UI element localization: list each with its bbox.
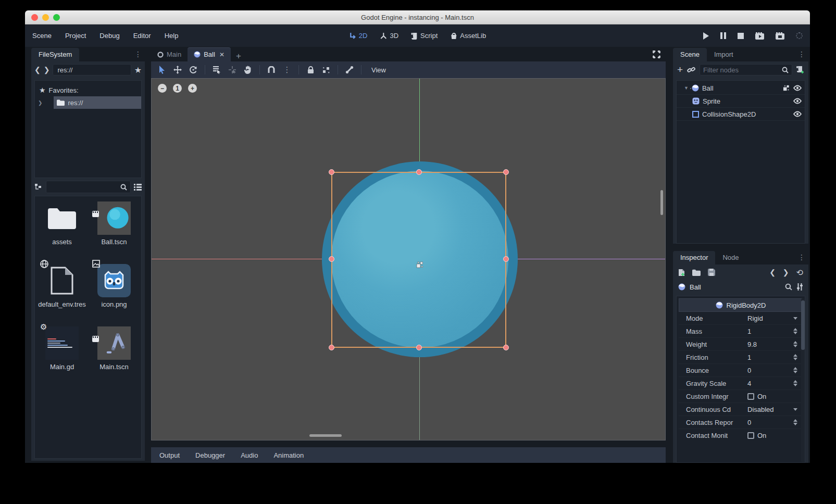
pan-tool-icon[interactable]: [241, 64, 255, 76]
mode-2d[interactable]: 2D: [349, 32, 368, 40]
close-tab-icon[interactable]: ✕: [219, 51, 224, 58]
view-menu[interactable]: View: [371, 66, 386, 74]
spinbox-arrows-icon[interactable]: [793, 354, 797, 360]
lock-object-icon[interactable]: [304, 64, 317, 76]
split-view-icon[interactable]: [34, 183, 43, 191]
mode-3d[interactable]: 3D: [380, 32, 398, 40]
path-field[interactable]: res://: [53, 64, 131, 75]
pixel-select-tool-icon[interactable]: [226, 64, 239, 76]
expand-chevron-icon[interactable]: ❯: [35, 100, 42, 106]
stop-icon[interactable]: [738, 33, 744, 39]
tree-node-collisionshape2d[interactable]: CollisionShape2D: [677, 108, 805, 121]
visibility-eye-icon[interactable]: [793, 111, 802, 117]
instance-options-icon[interactable]: [783, 84, 790, 92]
play-scene-icon[interactable]: [755, 32, 764, 40]
spinner-icon[interactable]: [796, 32, 803, 39]
save-resource-icon[interactable]: [708, 269, 715, 276]
2d-viewport[interactable]: − 1 +: [151, 78, 666, 440]
list-view-icon[interactable]: [134, 184, 142, 191]
tab-node[interactable]: Node: [715, 251, 746, 264]
tab-output[interactable]: Output: [159, 451, 180, 459]
prop-contact-monitor-checkbox[interactable]: On: [747, 432, 797, 439]
inspector-menu-icon[interactable]: ⋮: [798, 253, 805, 261]
instance-scene-icon[interactable]: [687, 66, 695, 74]
file-search-input[interactable]: [46, 181, 131, 193]
add-node-icon[interactable]: +: [677, 64, 683, 75]
collapse-chevron-icon[interactable]: ▼: [684, 85, 689, 91]
dropdown-chevron-icon[interactable]: [793, 317, 797, 320]
filter-nodes-input[interactable]: Filter nodes: [700, 64, 792, 75]
scene-dock-menu-icon[interactable]: ⋮: [798, 50, 805, 58]
tab-scene[interactable]: Scene: [673, 48, 707, 61]
inspector-scrollbar[interactable]: [801, 298, 805, 462]
file-item-main-tscn[interactable]: Main.tscn: [89, 326, 139, 384]
group-object-icon[interactable]: [319, 64, 333, 76]
select-tool-icon[interactable]: [155, 64, 169, 76]
zoom-window-button[interactable]: [53, 14, 60, 21]
tab-animation[interactable]: Animation: [273, 451, 304, 459]
search-properties-icon[interactable]: [785, 283, 792, 291]
play-custom-scene-icon[interactable]: [776, 32, 784, 40]
viewport-hscrollbar[interactable]: [309, 434, 342, 437]
mode-assetlib[interactable]: AssetLib: [450, 32, 486, 40]
prop-gravity-scale-value[interactable]: 4: [747, 380, 793, 387]
visibility-eye-icon[interactable]: [793, 98, 802, 104]
forward-icon[interactable]: ❯: [44, 66, 50, 74]
history-back-icon[interactable]: ❮: [769, 268, 776, 276]
file-item-default-env[interactable]: default_env.tres: [37, 264, 87, 321]
load-resource-folder-icon[interactable]: [692, 269, 701, 276]
rigidbody2d-section-header[interactable]: RigidBody2D: [679, 298, 803, 312]
menu-scene[interactable]: Scene: [32, 32, 52, 40]
tab-inspector[interactable]: Inspector: [673, 251, 715, 264]
inspector-scrollbar-thumb[interactable]: [801, 300, 805, 350]
spinbox-arrows-icon[interactable]: [793, 367, 797, 373]
tab-import[interactable]: Import: [707, 48, 741, 61]
prop-bounce-value[interactable]: 0: [747, 367, 793, 374]
filesystem-menu-icon[interactable]: ⋮: [134, 50, 142, 58]
checkbox-icon[interactable]: [747, 432, 754, 439]
selection-handle-bm[interactable]: [416, 345, 422, 350]
minimize-window-button[interactable]: [42, 14, 49, 21]
move-tool-icon[interactable]: [171, 64, 184, 76]
new-scene-tab-button[interactable]: +: [231, 51, 246, 61]
property-tools-icon[interactable]: [796, 283, 803, 291]
checkbox-icon[interactable]: [747, 393, 754, 400]
skeleton-bone-icon[interactable]: [343, 64, 356, 76]
prop-friction-value[interactable]: 1: [747, 354, 793, 361]
tree-node-sprite[interactable]: Sprite: [677, 95, 805, 108]
back-icon[interactable]: ❮: [34, 66, 41, 74]
prop-mode-value[interactable]: Rigid: [747, 314, 793, 322]
selection-handle-tl[interactable]: [329, 169, 334, 175]
new-resource-icon[interactable]: [678, 269, 685, 276]
selection-handle-bl[interactable]: [329, 345, 334, 350]
selection-handle-tm[interactable]: [416, 169, 422, 175]
list-select-tool-icon[interactable]: [210, 64, 223, 76]
selection-handle-br[interactable]: [503, 345, 509, 350]
pause-icon[interactable]: [720, 32, 726, 39]
history-forward-icon[interactable]: ❯: [783, 268, 789, 276]
prop-custom-integrator-checkbox[interactable]: On: [747, 393, 797, 400]
rotate-tool-icon[interactable]: [186, 64, 200, 76]
selection-handle-mr[interactable]: [503, 256, 509, 262]
prop-weight-value[interactable]: 9.8: [747, 341, 793, 348]
spinbox-arrows-icon[interactable]: [793, 380, 797, 386]
dropdown-chevron-icon[interactable]: [793, 408, 797, 411]
snap-options-icon[interactable]: ⋮: [280, 64, 294, 76]
file-item-main-gd[interactable]: ⚙ Main.gd: [37, 326, 87, 384]
favorite-star-icon[interactable]: ★: [134, 65, 142, 75]
selection-handle-tr[interactable]: [503, 169, 509, 175]
scene-tab-main[interactable]: Main: [151, 48, 188, 61]
close-window-button[interactable]: [31, 14, 38, 21]
visibility-eye-icon[interactable]: [793, 85, 802, 91]
snap-toggle-icon[interactable]: [265, 64, 278, 76]
tab-filesystem[interactable]: FileSystem: [31, 48, 79, 61]
menu-project[interactable]: Project: [65, 32, 86, 40]
menu-help[interactable]: Help: [165, 32, 179, 40]
file-item-ball-tscn[interactable]: Ball.tscn: [89, 201, 139, 259]
selection-handle-ml[interactable]: [329, 256, 334, 262]
zoom-out-button[interactable]: −: [158, 84, 167, 93]
tree-node-ball[interactable]: ▼ Ball: [677, 82, 805, 95]
mode-script[interactable]: Script: [411, 32, 438, 40]
tab-debugger[interactable]: Debugger: [195, 451, 225, 459]
object-history-icon[interactable]: ⟲: [796, 268, 803, 278]
